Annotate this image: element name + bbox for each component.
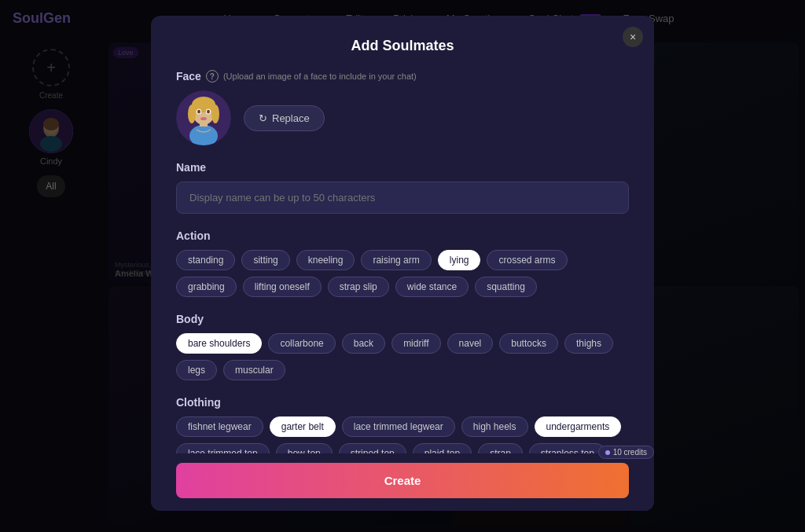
svg-point-19 — [200, 117, 207, 120]
body-tag-midriff[interactable]: midriff — [391, 333, 440, 354]
name-section-label: Name — [176, 161, 629, 174]
clothing-tag-undergarments[interactable]: undergarments — [535, 416, 622, 437]
modal-overlay[interactable]: × Add Soulmates Face ? (Upload an image … — [0, 0, 805, 532]
body-tag-back[interactable]: back — [342, 333, 385, 354]
body-tag-muscular[interactable]: muscular — [223, 360, 285, 380]
body-tags: bare shoulderscollarbonebackmidriffnavel… — [176, 333, 629, 380]
clothing-section-label: Clothing — [176, 396, 629, 409]
face-hint: (Upload an image of a face to include in… — [223, 72, 417, 81]
create-button[interactable]: Create — [176, 463, 629, 498]
action-tag-standing[interactable]: standing — [176, 250, 235, 270]
svg-point-18 — [207, 110, 210, 114]
replace-icon: ↻ — [259, 112, 267, 124]
action-tag-squatting[interactable]: squatting — [475, 277, 537, 297]
credits-badge: 10 credits — [598, 446, 654, 459]
body-section-label: Body — [176, 313, 629, 325]
action-tag-crossed-arms[interactable]: crossed arms — [487, 250, 567, 270]
credits-dot — [605, 450, 610, 455]
svg-point-13 — [188, 105, 196, 123]
body-tag-bare-shoulders[interactable]: bare shoulders — [176, 333, 262, 354]
body-tag-thighs[interactable]: thighs — [564, 333, 613, 354]
face-row: ↻ Replace — [176, 90, 629, 145]
face-avatar — [176, 90, 231, 145]
action-tag-wide-stance[interactable]: wide stance — [395, 277, 469, 297]
close-button[interactable]: × — [623, 27, 643, 47]
clothing-tag-high-heels[interactable]: high heels — [461, 416, 528, 437]
action-tags: standingsittingkneelingraising armlyingc… — [176, 250, 629, 297]
face-help-icon[interactable]: ? — [206, 70, 219, 83]
body-tag-buttocks[interactable]: buttocks — [499, 333, 558, 354]
action-section-label: Action — [176, 229, 629, 242]
add-soulmates-modal: × Add Soulmates Face ? (Upload an image … — [151, 16, 654, 511]
action-tag-grabbing[interactable]: grabbing — [176, 277, 237, 297]
action-tag-lying[interactable]: lying — [438, 250, 481, 270]
clothing-tag-garter-belt[interactable]: garter belt — [270, 416, 336, 437]
clothing-tag-fishnet-legwear[interactable]: fishnet legwear — [176, 416, 263, 437]
create-button-wrap: 10 credits Create — [151, 453, 654, 511]
modal-title: Add Soulmates — [176, 38, 629, 54]
clothing-tag-lace-trimmed-legwear[interactable]: lace trimmed legwear — [342, 416, 455, 437]
body-tag-legs[interactable]: legs — [176, 360, 217, 380]
body-tag-navel[interactable]: navel — [447, 333, 494, 354]
action-tag-lifting-oneself[interactable]: lifting oneself — [243, 277, 322, 297]
action-tag-strap-slip[interactable]: strap slip — [328, 277, 389, 297]
face-section-label: Face ? (Upload an image of a face to inc… — [176, 70, 629, 83]
svg-point-14 — [211, 105, 219, 123]
action-tag-sitting[interactable]: sitting — [241, 250, 289, 270]
body-tag-collarbone[interactable]: collarbone — [268, 333, 335, 354]
replace-button[interactable]: ↻ Replace — [244, 105, 325, 131]
action-tag-raising-arm[interactable]: raising arm — [361, 250, 431, 270]
svg-point-17 — [197, 110, 200, 114]
name-input[interactable] — [176, 182, 629, 214]
action-tag-kneeling[interactable]: kneeling — [296, 250, 355, 270]
credits-label: 10 credits — [613, 448, 647, 457]
